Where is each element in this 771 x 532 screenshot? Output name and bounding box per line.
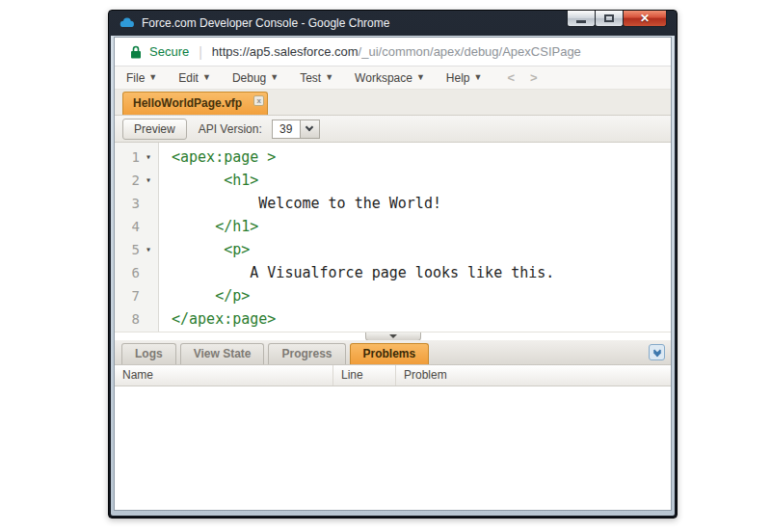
line-number: 2 bbox=[115, 169, 140, 192]
fold-toggle-icon[interactable]: ▾ bbox=[140, 146, 157, 169]
secure-label[interactable]: Secure bbox=[149, 44, 189, 59]
menu-item-label: Workspace bbox=[355, 71, 412, 85]
menu-item-file[interactable]: File▼ bbox=[126, 71, 157, 85]
minimize-icon bbox=[576, 20, 586, 23]
menu-item-label: Edit bbox=[178, 71, 199, 85]
fold-spacer bbox=[140, 192, 157, 215]
column-header-line[interactable]: Line bbox=[333, 365, 396, 386]
menu-item-workspace[interactable]: Workspace▼ bbox=[355, 71, 425, 85]
url-domain[interactable]: https://ap5.salesforce.com bbox=[212, 44, 359, 59]
close-button[interactable]: ✕ bbox=[623, 11, 667, 27]
fold-spacer bbox=[140, 284, 157, 307]
code-line-4[interactable]: 4 </h1> bbox=[115, 215, 671, 238]
fold-spacer bbox=[140, 307, 157, 331]
gutter-cell: 1▾ bbox=[115, 146, 159, 169]
url-separator: | bbox=[199, 44, 202, 60]
salesforce-cloud-icon bbox=[119, 16, 135, 29]
gutter-cell: 2▾ bbox=[115, 169, 159, 192]
code-editor[interactable]: 1▾<apex:page >2▾ <h1>3 Welcome to the Wo… bbox=[115, 143, 671, 332]
maximize-button[interactable] bbox=[595, 11, 624, 27]
api-version-label: API Version: bbox=[199, 122, 262, 136]
menu-item-edit[interactable]: Edit▼ bbox=[178, 71, 211, 85]
menu-caret-icon: ▼ bbox=[325, 73, 333, 82]
panel-tab-view-state[interactable]: View State bbox=[180, 343, 265, 364]
menu-item-test[interactable]: Test▼ bbox=[300, 71, 333, 85]
line-number: 8 bbox=[115, 307, 140, 331]
browser-window: Force.com Developer Console - Google Chr… bbox=[108, 10, 678, 519]
line-number: 6 bbox=[115, 261, 140, 284]
code-line-8[interactable]: 8</apex:page> bbox=[115, 307, 671, 331]
code-text[interactable]: Welcome to the World! bbox=[159, 192, 441, 215]
menu-caret-icon: ▼ bbox=[474, 73, 483, 82]
tab-label: HelloWorldPage.vfp bbox=[133, 96, 242, 110]
gutter-cell: 4 bbox=[115, 215, 159, 238]
menu-item-help[interactable]: Help▼ bbox=[446, 71, 483, 85]
minimize-button[interactable] bbox=[567, 11, 596, 27]
window-frame: Secure | https://ap5.salesforce.com/_ui/… bbox=[111, 36, 675, 516]
code-text[interactable]: <p> bbox=[159, 238, 250, 261]
menu-item-label: Help bbox=[446, 71, 470, 85]
panel-tab-logs[interactable]: Logs bbox=[121, 343, 176, 364]
panel-tab-problems[interactable]: Problems bbox=[350, 343, 430, 364]
menu-item-debug[interactable]: Debug▼ bbox=[232, 71, 279, 85]
code-text[interactable]: <apex:page > bbox=[159, 146, 276, 169]
line-number: 7 bbox=[115, 284, 140, 307]
menu-caret-icon: ▼ bbox=[416, 73, 425, 82]
nav-back-arrow[interactable]: < bbox=[507, 70, 515, 85]
console-menubar: File▼Edit▼Debug▼Test▼Workspace▼Help▼ < > bbox=[115, 66, 671, 90]
fold-spacer bbox=[140, 261, 157, 284]
api-version-dropdown-button[interactable] bbox=[301, 120, 320, 139]
fold-toggle-icon[interactable]: ▾ bbox=[140, 169, 157, 192]
line-number: 1 bbox=[115, 146, 140, 169]
code-line-2[interactable]: 2▾ <h1> bbox=[115, 169, 671, 192]
code-text[interactable]: </p> bbox=[159, 284, 250, 307]
code-line-1[interactable]: 1▾<apex:page > bbox=[115, 146, 671, 169]
maximize-icon bbox=[604, 14, 614, 22]
panel-splitter[interactable] bbox=[115, 332, 671, 340]
code-text[interactable]: A Visualforce page looks like this. bbox=[159, 261, 554, 284]
code-line-3[interactable]: 3 Welcome to the World! bbox=[115, 192, 671, 215]
code-line-5[interactable]: 5▾ <p> bbox=[115, 238, 671, 261]
panel-collapse-button[interactable] bbox=[649, 344, 665, 360]
code-text[interactable]: <h1> bbox=[159, 169, 258, 192]
gutter-cell: 8 bbox=[115, 307, 159, 331]
gutter-cell: 5▾ bbox=[115, 238, 159, 261]
fold-toggle-icon[interactable]: ▾ bbox=[140, 238, 157, 261]
api-version-value: 39 bbox=[272, 120, 301, 139]
menu-item-label: Debug bbox=[232, 71, 266, 85]
tab-close-icon[interactable]: x bbox=[253, 95, 264, 106]
collapse-arrow-icon bbox=[389, 334, 397, 338]
column-header-name[interactable]: Name bbox=[115, 365, 333, 386]
problems-table-header: NameLineProblem bbox=[115, 365, 671, 386]
menu-caret-icon: ▼ bbox=[202, 73, 211, 82]
tab-helloworldpage[interactable]: HelloWorldPage.vfp x bbox=[122, 92, 268, 115]
menu-item-label: Test bbox=[300, 71, 321, 85]
problems-table-body[interactable] bbox=[115, 386, 671, 510]
window-titlebar[interactable]: Force.com Developer Console - Google Chr… bbox=[109, 11, 677, 36]
menu-item-label: File bbox=[126, 71, 145, 85]
bottom-panel-tabbar: LogsView StateProgressProblems bbox=[115, 340, 671, 365]
code-text[interactable]: </apex:page> bbox=[159, 307, 276, 331]
menu-caret-icon: ▼ bbox=[270, 73, 279, 82]
browser-address-bar[interactable]: Secure | https://ap5.salesforce.com/_ui/… bbox=[115, 38, 671, 66]
line-number: 3 bbox=[115, 192, 140, 215]
url-path[interactable]: /_ui/common/apex/debug/ApexCSIPage bbox=[359, 44, 581, 59]
code-text[interactable]: </h1> bbox=[159, 215, 258, 238]
fold-spacer bbox=[140, 215, 157, 238]
code-line-6[interactable]: 6 A Visualforce page looks like this. bbox=[115, 261, 671, 284]
panel-tab-progress[interactable]: Progress bbox=[268, 343, 345, 364]
close-icon: ✕ bbox=[640, 12, 650, 25]
gutter-cell: 7 bbox=[115, 284, 159, 307]
secure-lock-icon bbox=[130, 45, 142, 59]
file-tabstrip: HelloWorldPage.vfp x bbox=[115, 90, 671, 116]
nav-forward-arrow[interactable]: > bbox=[530, 70, 538, 85]
chevron-down-icon bbox=[306, 123, 313, 131]
preview-button[interactable]: Preview bbox=[122, 119, 187, 140]
menu-caret-icon: ▼ bbox=[148, 73, 157, 82]
gutter-cell: 6 bbox=[115, 261, 159, 284]
api-version-select[interactable]: 39 bbox=[272, 120, 320, 139]
window-title: Force.com Developer Console - Google Chr… bbox=[142, 16, 389, 30]
code-line-7[interactable]: 7 </p> bbox=[115, 284, 671, 307]
column-header-problem[interactable]: Problem bbox=[396, 365, 671, 386]
line-number: 4 bbox=[115, 215, 140, 238]
